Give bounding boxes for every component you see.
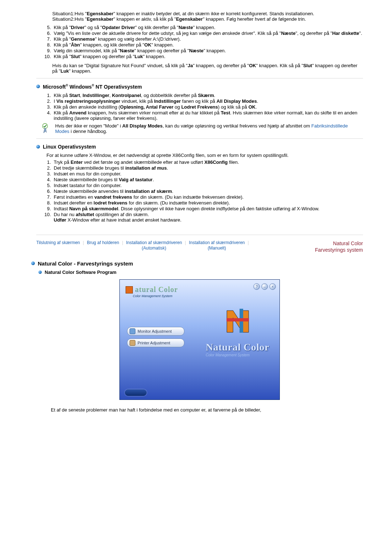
situation1-label: Situation1: — [52, 11, 74, 16]
text: Installation af skærmdriveren — [189, 240, 245, 245]
minimize-button[interactable]: – — [261, 283, 268, 290]
text: " knappen er inaktiv betyder det, at din… — [114, 11, 314, 16]
heading-natural-color: Natural Color - Farvestyrings system — [38, 260, 133, 267]
situation-2: Situation2:Hvis "Egenskaber" knappen er … — [52, 16, 363, 22]
text: Natural Color — [333, 240, 363, 246]
samsung-badge — [125, 389, 147, 396]
text: i denne håndbog. — [69, 129, 107, 134]
divider — [36, 235, 363, 235]
list-item: Næste skærmbillede bruges til Valg af ta… — [52, 177, 363, 182]
separator: | — [80, 240, 87, 245]
list-item: Tryk på Enter ved det første og andet sk… — [52, 159, 363, 165]
separator: | — [245, 240, 252, 245]
list-item: Klik på Anvend knappen, hvis skærmen vir… — [52, 110, 363, 121]
document-page: Situation1:Hvis "Egenskaber" knappen er … — [0, 0, 392, 424]
list-item: Indsæt tastatur for din computer. — [52, 183, 363, 188]
list-item: Klik på "Slut" knappen og derefter på "L… — [52, 54, 363, 59]
nav-driver-manual[interactable]: Installation af skærmdriveren (Manuelt) — [189, 240, 245, 251]
text: Egenskaber — [87, 11, 114, 16]
monitor-adjustment-button[interactable]: Monitor Adjustment — [127, 327, 184, 336]
app-logo: atural Color — [126, 285, 178, 294]
svg-point-0 — [42, 123, 48, 129]
text: (Automatisk) — [142, 246, 166, 251]
list-item: Klik på "Gennemse" knappen og vælg deref… — [52, 36, 363, 42]
list-item: Klik på "Åbn" knappen, og klik derefter … — [52, 42, 363, 48]
divider — [36, 78, 363, 78]
list-item: I Vis registreringsoplysninger vinduet, … — [52, 98, 363, 104]
nav-driver-auto[interactable]: Installation af skærmdriveren (Automatis… — [126, 240, 182, 251]
button-label: Printer Adjustment — [138, 341, 170, 345]
text: Egenskaber — [176, 16, 203, 22]
steps-nt: Klik på Start, Indstillinger, Kontrolpan… — [36, 93, 363, 121]
nt-note: Hvis der ikke er nogen "Mode" i All Disp… — [41, 123, 363, 134]
heading-linux-row: Linux Operativsystem — [36, 144, 363, 150]
steps-linux: Tryk på Enter ved det første og andet sk… — [36, 159, 363, 223]
bullet-icon — [38, 271, 42, 274]
printer-icon — [130, 340, 135, 346]
close-button[interactable]: × — [269, 283, 276, 290]
text: Egenskaber — [87, 16, 114, 22]
subheading-nc-row: Natural Color Software Program — [38, 270, 363, 275]
list-item: Indtast Navn på skærmmodel. Disse oplysn… — [52, 206, 363, 211]
steps-2000: Klik på "Driver" og så "Opdater Driver" … — [36, 25, 363, 59]
text: Windows — [68, 84, 92, 90]
n-logo-icon — [221, 305, 254, 338]
logo-text: atural Color — [135, 285, 178, 294]
nt-note-text: Hvis der ikke er nogen "Mode" i All Disp… — [55, 123, 363, 134]
heading-linux: Linux Operativsystem — [43, 144, 96, 150]
check-pin-icon — [41, 123, 52, 134]
app-title-large: Natural Color Color Management System — [206, 341, 269, 357]
nav-connect[interactable]: Tilslutning af skærmen — [36, 240, 80, 246]
logo-subtitle: Color Management System — [133, 294, 172, 298]
list-item: Indsæt derefter en lodret frekvens for d… — [52, 200, 363, 206]
heading-nt: Microsoft® Windows® NT Operativsystem — [43, 84, 142, 90]
bullet-icon — [36, 145, 40, 149]
situation2-label: Situation2: — [52, 16, 74, 22]
text: " knappen. Følg herefter hvert af de føl… — [203, 16, 306, 22]
text: Hvis " — [74, 16, 87, 22]
help-button[interactable]: ? — [253, 283, 260, 290]
logo-square-icon — [126, 286, 133, 293]
heading-nt-row: Microsoft® Windows® NT Operativsystem — [36, 84, 363, 90]
divider — [36, 138, 363, 139]
list-item: Først indsættes en vandret frekvens for … — [52, 194, 363, 200]
nav-holder[interactable]: Brug af holderen — [87, 240, 119, 246]
list-item: Næste skærmbillede anvendes til installa… — [52, 189, 363, 194]
list-item: Klik på Start, Indstillinger, Kontrolpan… — [52, 93, 363, 98]
text: " knappen er aktiv, så klik på " — [114, 16, 176, 22]
subheading-nc: Natural Color Software Program — [45, 270, 117, 275]
svg-rect-2 — [226, 318, 249, 321]
list-item: Du har nu afsluttet opstillingen af din … — [52, 212, 363, 223]
bullet-icon — [31, 262, 35, 265]
situation-block: Situation1:Hvis "Egenskaber" knappen er … — [52, 11, 363, 22]
heading-nc-row: Natural Color - Farvestyrings system — [31, 260, 363, 267]
button-label: Monitor Adjustment — [138, 329, 172, 333]
list-item: Det tredje skærmbillede bruges til insta… — [52, 165, 363, 171]
text: Hvis " — [74, 11, 87, 16]
text: All Display Modes — [122, 123, 163, 129]
text: Hvis der ikke er nogen "Mode" i — [55, 123, 122, 129]
bullet-icon — [36, 85, 40, 88]
list-item: Vælg "Vis en liste over de aktuelle driv… — [52, 31, 363, 36]
post-note: Hvis du kan se "Digital Signature Not Fo… — [52, 63, 363, 74]
list-item: Klik på den ønskede indstilling (Opløsni… — [52, 104, 363, 110]
section-nav: Tilslutning af skærmen | Brug af holdere… — [36, 240, 363, 253]
text: (Manuelt) — [208, 246, 226, 251]
list-item: Vælg din skærmmodel, klik på "Næste" kna… — [52, 48, 363, 53]
window-controls: ? – × — [253, 283, 276, 290]
list-item: Klik på "Driver" og så "Opdater Driver" … — [52, 25, 363, 30]
printer-adjustment-button[interactable]: Printer Adjustment — [127, 339, 184, 347]
separator: | — [182, 240, 189, 245]
subtitle-text: Color Management System — [206, 353, 269, 357]
situation-1: Situation1:Hvis "Egenskaber" knappen er … — [52, 11, 363, 16]
text: NT Operativsystem — [94, 84, 142, 90]
monitor-icon — [130, 328, 135, 334]
reg-icon: ® — [66, 84, 68, 87]
nav-natural-color[interactable]: Natural Color Farvestyrings system — [315, 240, 363, 253]
text: Microsoft — [43, 84, 66, 90]
text: Farvestyrings system — [315, 247, 363, 253]
footer-paragraph: Et af de seneste problemer man har haft … — [51, 407, 363, 413]
title-text: Natural Color — [206, 341, 269, 353]
linux-intro: For at kunne udføre X-Window, er det nød… — [36, 153, 363, 158]
text: Installation af skærmdriveren — [126, 240, 182, 245]
